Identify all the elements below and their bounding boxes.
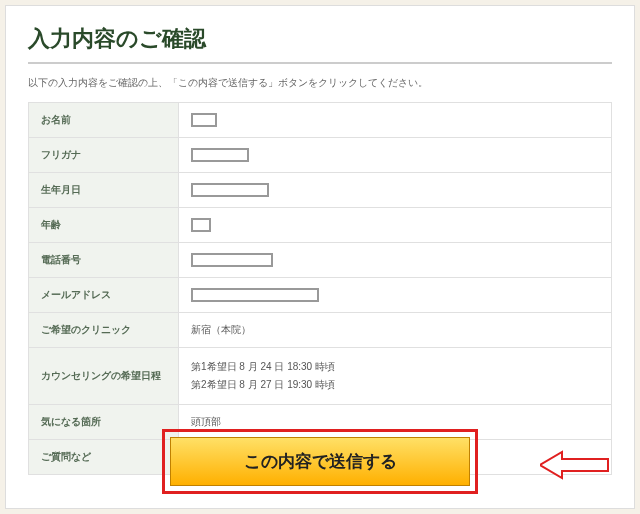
page-title: 入力内容のご確認 (28, 24, 612, 64)
clinic-value: 新宿（本院） (179, 313, 612, 348)
furigana-value (179, 138, 612, 173)
table-row: 年齢 (29, 208, 612, 243)
table-row: 電話番号 (29, 243, 612, 278)
table-row: ご希望のクリニック 新宿（本院） (29, 313, 612, 348)
highlight-box: この内容で送信する (162, 429, 478, 494)
redacted-box (191, 148, 249, 162)
email-label: メールアドレス (29, 278, 179, 313)
redacted-box (191, 183, 269, 197)
submit-button[interactable]: この内容で送信する (170, 437, 470, 486)
schedule-label: カウンセリングの希望日程 (29, 348, 179, 405)
phone-label: 電話番号 (29, 243, 179, 278)
arrow-left-icon (540, 450, 610, 480)
schedule-line-1: 第1希望日 8 月 24 日 18:30 時頃 (191, 358, 599, 376)
name-value (179, 103, 612, 138)
table-row: メールアドレス (29, 278, 612, 313)
schedule-value: 第1希望日 8 月 24 日 18:30 時頃 第2希望日 8 月 27 日 1… (179, 348, 612, 405)
age-label: 年齢 (29, 208, 179, 243)
page-subtitle: 以下の入力内容をご確認の上、「この内容で送信する」ボタンをクリックしてください。 (28, 76, 612, 90)
email-value (179, 278, 612, 313)
confirmation-table: お名前 フリガナ 生年月日 年齢 電話番号 メールアドレス ご希望のクリニック … (28, 102, 612, 475)
schedule-line-2: 第2希望日 8 月 27 日 19:30 時頃 (191, 376, 599, 394)
birthdate-label: 生年月日 (29, 173, 179, 208)
table-row: 生年月日 (29, 173, 612, 208)
clinic-label: ご希望のクリニック (29, 313, 179, 348)
confirmation-panel: 入力内容のご確認 以下の入力内容をご確認の上、「この内容で送信する」ボタンをクリ… (5, 5, 635, 509)
redacted-box (191, 113, 217, 127)
furigana-label: フリガナ (29, 138, 179, 173)
redacted-box (191, 218, 211, 232)
table-row: フリガナ (29, 138, 612, 173)
redacted-box (191, 253, 273, 267)
table-row: お名前 (29, 103, 612, 138)
name-label: お名前 (29, 103, 179, 138)
redacted-box (191, 288, 319, 302)
birthdate-value (179, 173, 612, 208)
svg-marker-0 (540, 452, 608, 478)
phone-value (179, 243, 612, 278)
table-row: カウンセリングの希望日程 第1希望日 8 月 24 日 18:30 時頃 第2希… (29, 348, 612, 405)
age-value (179, 208, 612, 243)
